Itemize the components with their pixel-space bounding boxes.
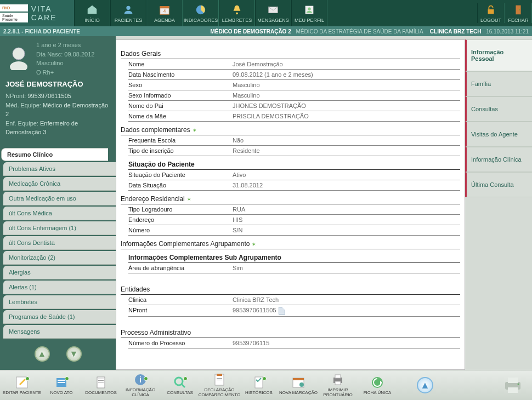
mark-icon [291,375,305,390]
tool-info-clinica[interactable]: i INFORMAÇÃO CLÍNICA [121,372,160,398]
bottom-toolbar: EDITAR PACIENTE NOVO ATO DOCUMENTOS i IN… [0,370,532,400]
nav-pacientes[interactable]: PACIENTES [110,0,146,26]
calendar-icon: 4 [158,3,171,16]
rtab-familia[interactable]: Família [465,71,532,96]
nav-indicadores[interactable]: INDICADORES [183,0,219,26]
tab-ult-cons-enfermagem[interactable]: últ Cons Enfermagem (1) [3,221,116,235]
tool-novo-ato[interactable]: NOVO ATO [42,372,81,398]
print-button[interactable] [500,374,525,396]
svg-rect-10 [516,5,520,15]
rtab-consultas[interactable]: Consultas [465,96,532,122]
tab-mensagens[interactable]: Mensagens [3,325,116,339]
row-nome-mae: Nome da MãePRISCILA DEMOSTRAÇÃO [128,111,460,122]
patient-fields: NPront: 9953970611505 Méd. Equipe: Médic… [5,92,110,137]
sidebar-right: Informação Pessoal Família Consultas Vis… [465,39,532,370]
scroll-down-button[interactable]: ▼ [66,346,82,362]
row-nome-pai: Nome do PaiJHONES DEMOSTRAÇÃO [128,101,460,111]
svg-rect-9 [488,9,494,14]
row-sexo-informado: Sexo InformadoMasculino [128,90,460,101]
svg-rect-20 [98,380,104,381]
rtab-visitas-agente[interactable]: Visitas do Agente [465,122,532,147]
left-tabs: Resumo Clínico Problemas Ativos Medicaçã… [0,148,116,340]
svg-rect-17 [58,382,65,383]
tab-monitorizacao[interactable]: Monitorização (2) [3,251,116,265]
patient-name: JOSÉ DEMOSTRAÇÃO [5,80,110,88]
main-content: Dados Gerais NomeJosé Demostração Data N… [116,39,465,370]
print-icon [331,373,345,387]
breadcrumb-bar: 2.2.8.1 - FICHA DO PACIENTE MÉDICO DE DE… [0,26,532,36]
svg-point-13 [10,61,27,70]
svg-point-5 [236,13,238,15]
tab-ult-cons-dentista[interactable]: últ Cons Dentista [3,236,116,250]
svg-point-11 [519,9,520,10]
document-icon[interactable] [279,307,285,315]
subsection-info-compl-sub: Informações Complementares Sub Agrupamen… [128,252,460,263]
svg-rect-36 [335,381,341,385]
tab-lembretes[interactable]: Lembretes [3,295,116,309]
svg-point-8 [308,7,311,10]
top-nav: INÍCIO PACIENTES 4 AGENDA INDICADORES LE… [74,0,477,26]
scroll-to-top-button[interactable]: ▲ [417,377,433,393]
tab-ult-cons-medica[interactable]: últ Cons Médica [3,207,116,220]
tool-documentos[interactable]: DOCUMENTOS [81,372,121,398]
svg-point-12 [13,48,25,60]
row-clinica: ClinicaClinica BRZ Tech [128,295,460,305]
edit-icon[interactable]: ✶ [193,128,197,133]
svg-point-24 [175,378,183,385]
tab-problemas-ativos[interactable]: Problemas Ativos [3,162,116,176]
nav-mensagens[interactable]: MENSAGENS [255,0,291,26]
mail-icon [267,3,280,16]
row-numero: NúmeroS/N [128,225,460,236]
row-frequenta-escola: Frequenta EscolaNão [128,135,460,146]
svg-text:4: 4 [163,9,166,14]
logo-badge-sub: Saúde Presente [0,13,28,22]
svg-rect-40 [508,378,518,383]
row-npront: NPront9953970611505 [128,305,460,317]
tool-consultas[interactable]: CONSULTAS [160,372,200,398]
tool-declaracao[interactable]: DECLARAÇÃO COMPARECIMENTO [200,372,239,398]
breadcrumb-context: MÉDICO DE DEMOSTRAÇÃO 2 MÉDICO DA ESTRAT… [211,28,529,35]
rtab-info-pessoal[interactable]: Informação Pessoal [465,39,532,71]
subsection-situacao: Situação do Paciente [128,158,460,170]
logo-area: RIO Saúde Presente VITA CARE [0,0,74,26]
nav-agenda[interactable]: 4 AGENDA [146,0,183,26]
row-nome: NomeJosé Demostração [128,59,460,70]
app-header: RIO Saúde Presente VITA CARE INÍCIO PACI… [0,0,532,26]
patient-meta: 1 ano e 2 meses Dta Nasc: 09.08.2012 Mas… [36,41,94,77]
nav-meuperfil[interactable]: MEU PERFIL [291,0,327,26]
svg-point-33 [299,382,304,387]
nav-fechar[interactable]: FECHAR [505,3,532,23]
scroll-up-button[interactable]: ▲ [35,346,50,362]
top-nav-right: LOGOUT FECHAR [477,3,532,23]
lock-icon [484,3,497,16]
svg-rect-41 [508,387,518,393]
profile-icon [303,3,316,16]
nav-lembretes[interactable]: LEMBRETES [219,0,255,26]
tool-imprimir-prontuario[interactable]: IMPRIMIR PRONTUÁRIO [318,372,358,398]
nav-inicio[interactable]: INÍCIO [74,0,110,26]
rtab-ultima-consulta[interactable]: Última Consulta [465,172,532,197]
nav-logout[interactable]: LOGOUT [477,3,505,23]
tab-alergias[interactable]: Alergias [3,266,116,279]
edit-icon[interactable]: ✶ [252,242,256,247]
tool-editar-paciente[interactable]: EDITAR PACIENTE [2,372,42,398]
svg-point-42 [518,384,519,385]
tab-programas-saude[interactable]: Programas de Saúde (1) [3,310,116,324]
svg-rect-19 [98,379,104,379]
tool-nova-marcacao[interactable]: NOVA MARCAÇÃO [279,372,318,398]
svg-line-25 [182,384,185,387]
rtab-info-clinica[interactable]: Informação Clínica [465,147,532,172]
tool-ficha-unica[interactable]: FICHA ÚNICA [358,372,397,398]
patient-card: 1 ano e 2 meses Dta Nasc: 09.08.2012 Mas… [0,36,116,141]
logo-badge-rio: RIO [0,4,28,12]
edit-icon[interactable]: ✶ [187,197,191,202]
tab-outra-medicacao[interactable]: Outra Medicação em uso [3,192,116,205]
svg-rect-35 [335,375,341,378]
row-tipo-logradouro: Tipo LogradouroRUA [128,204,460,215]
tab-medicacao-cronica[interactable]: Medicação Crônica [3,177,116,191]
tab-alertas[interactable]: Alertas (1) [3,281,116,294]
tool-historicos[interactable]: HISTÓRICOS [239,372,279,398]
tab-resumo-clinico[interactable]: Resumo Clínico [1,148,108,161]
breadcrumb-code: 2.2.8.1 - FICHA DO PACIENTE [3,28,80,35]
section-info-compl-agrup: Informações Complementares Agrupamento✶ [121,238,460,249]
